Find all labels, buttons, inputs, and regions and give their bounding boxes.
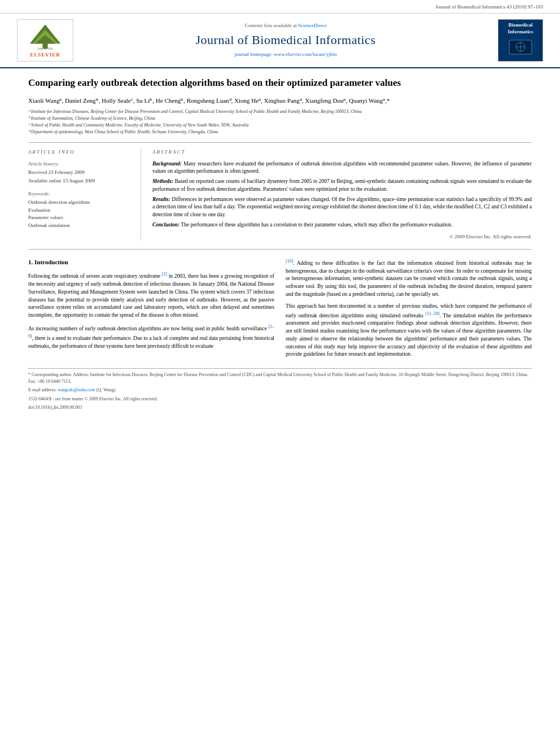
- keyword-1: Outbreak detection algorithms: [28, 199, 132, 206]
- svg-text:tree of life: tree of life: [38, 46, 53, 50]
- abstract-results: Results: Differences in performances wer…: [152, 196, 532, 219]
- abstract-col: ABSTRACT Background: Many researchers ha…: [152, 148, 532, 241]
- abstract-background: Background: Many researchers have evalua…: [152, 160, 532, 176]
- methods-text: Based on reported case counts of bacilla…: [152, 178, 532, 191]
- contents-text: Contents lists available at: [245, 23, 297, 28]
- methods-label: Methods:: [152, 178, 173, 184]
- intro-para-3: This approach has been documented in a n…: [286, 303, 532, 359]
- received-date: Received 23 February 2009: [28, 169, 132, 176]
- page-wrapper: Journal of Biomedical Informatics 43 (20…: [0, 0, 560, 422]
- keywords-label: Keywords:: [28, 190, 132, 198]
- body-section: 1. Introduction Following the outbreak o…: [28, 258, 532, 363]
- journal-badge-logo: Biomedical Informatics: [498, 19, 543, 62]
- top-journal-line: Journal of Biomedical Informatics 43 (20…: [0, 0, 560, 14]
- journal-homepage-line: journal homepage: www.elsevier.com/locat…: [85, 51, 487, 58]
- journal-title-main: Journal of Biomedical Informatics: [85, 32, 487, 49]
- affiliation-b: ᵇ Institute of Automation, Chinese Acade…: [28, 115, 532, 122]
- authors-line: Xiaoli Wangᵃ, Daniel Zengᵇ, Holly Sealeᶜ…: [28, 96, 532, 106]
- intro-para-2: As increasing numbers of early outbreak …: [28, 324, 274, 351]
- article-title: Comparing early outbreak detection algor…: [28, 77, 532, 89]
- affiliation-a: ᵃ Institute for Infectious Diseases, Bei…: [28, 108, 532, 115]
- sciencedirect-line: Contents lists available at ScienceDirec…: [85, 22, 487, 29]
- results-text: Differences in performances were observe…: [152, 196, 532, 217]
- footnote-star: * Corresponding author. Address: Institu…: [28, 372, 532, 385]
- body-left-col: 1. Introduction Following the outbreak o…: [28, 258, 274, 363]
- available-date: Available online 13 August 2009: [28, 177, 132, 185]
- abstract-label-header: ABSTRACT: [152, 148, 532, 156]
- background-text: Many researchers have evaluated the perf…: [152, 161, 532, 174]
- sciencedirect-link[interactable]: ScienceDirect: [298, 23, 326, 28]
- abstract-conclusion: Conclusion: The performance of these alg…: [152, 221, 532, 229]
- copyright-text: 1532-0464/$ - see front matter © 2009 El…: [28, 396, 158, 401]
- ref-1[interactable]: [1]: [162, 272, 167, 277]
- affiliations: ᵃ Institute for Infectious Diseases, Bei…: [28, 108, 532, 136]
- footnote-email: E-mail address: wangcdc@sohu.com (Q. Wan…: [28, 387, 532, 394]
- keyword-4: Outbreak simulation: [28, 222, 132, 229]
- header-center: Contents lists available at ScienceDirec…: [73, 22, 498, 58]
- history-label: Article history:: [28, 160, 132, 168]
- footnote-divider: [28, 368, 532, 369]
- abstract-copyright: © 2009 Elsevier Inc. All rights reserved…: [152, 233, 532, 241]
- intro-heading: 1. Introduction: [28, 258, 274, 267]
- authors-text: Xiaoli Wangᵃ, Daniel Zengᵇ, Holly Sealeᶜ…: [28, 97, 390, 104]
- intro-para-1: Following the outbreak of severe acute r…: [28, 271, 274, 320]
- journal-citation: Journal of Biomedical Informatics 43 (20…: [436, 4, 543, 10]
- email-label: E-mail address:: [28, 387, 58, 392]
- copyright-doi: 1532-0464/$ - see front matter © 2009 El…: [28, 396, 532, 402]
- conclusion-label: Conclusion:: [152, 222, 180, 228]
- elsevier-logo: tree of life ELSEVIER: [17, 19, 73, 62]
- elsevier-label: ELSEVIER: [30, 51, 60, 59]
- intro-para-2-cont: [10]. Adding to these difficulties is th…: [286, 258, 532, 299]
- section-divider: [28, 249, 532, 250]
- info-abstract-section: ARTICLE INFO Article history: Received 2…: [28, 142, 532, 241]
- background-label: Background:: [152, 161, 182, 167]
- ref-11-18[interactable]: [11–18]: [426, 311, 440, 316]
- affiliation-d: ᵈ Department of epidemiology, West China…: [28, 129, 532, 136]
- article-info-label: ARTICLE INFO: [28, 148, 132, 156]
- article-info-col: ARTICLE INFO Article history: Received 2…: [28, 148, 141, 241]
- elsevier-tree-svg: tree of life: [23, 22, 68, 50]
- ref-2-9[interactable]: [2–9]: [28, 324, 274, 339]
- email-link[interactable]: wangcdc@sohu.com: [58, 387, 95, 392]
- doi-line: doi:10.1016/j.jbi.2009.08.003: [28, 404, 532, 410]
- article-content: Comparing early outbreak detection algor…: [0, 68, 560, 422]
- keyword-3: Parameter values: [28, 214, 132, 221]
- body-right-col: [10]. Adding to these difficulties is th…: [286, 258, 532, 363]
- ref-10[interactable]: [10]: [286, 259, 293, 264]
- badge-graphic: [506, 37, 535, 57]
- results-label: Results:: [152, 196, 170, 202]
- journal-header: tree of life ELSEVIER Contents lists ava…: [0, 14, 560, 68]
- conclusion-text: The performance of these algorithms has …: [181, 222, 452, 228]
- affiliation-c: ᶜ School of Public Health and Community …: [28, 122, 532, 129]
- keyword-2: Evaluation: [28, 207, 132, 214]
- homepage-link[interactable]: journal homepage: www.elsevier.com/locat…: [235, 51, 337, 57]
- abstract-methods: Methods: Based on reported case counts o…: [152, 178, 532, 193]
- email-name: (Q. Wang).: [97, 387, 116, 392]
